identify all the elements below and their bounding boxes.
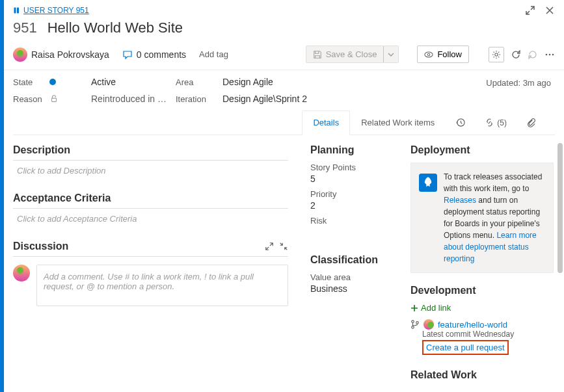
iteration-value[interactable]: Design Agile\Sprint 2 xyxy=(222,94,307,104)
classification-heading: Classification xyxy=(310,254,399,266)
state-value[interactable]: Active xyxy=(91,77,176,87)
svg-rect-1 xyxy=(17,8,19,14)
story-points-label: Story Points xyxy=(310,163,399,172)
undo-button[interactable] xyxy=(528,49,538,60)
related-work-heading: Related Work xyxy=(410,369,554,381)
svg-rect-0 xyxy=(14,8,16,14)
svg-point-4 xyxy=(495,53,498,55)
acceptance-heading: Acceptance Criteria xyxy=(13,192,288,209)
undo-icon xyxy=(528,49,538,60)
svg-point-7 xyxy=(552,53,554,55)
add-tag-button[interactable]: Add tag xyxy=(199,49,228,59)
comments-text: 0 comments xyxy=(137,49,186,60)
comments-count[interactable]: 0 comments xyxy=(122,49,186,60)
follow-button[interactable]: Follow xyxy=(417,46,469,63)
plus-icon xyxy=(410,304,418,312)
work-item-id: 951 xyxy=(13,20,37,36)
risk-label: Risk xyxy=(310,216,399,226)
updated-timestamp: Updated: 3m ago xyxy=(486,78,551,88)
add-link-label: Add link xyxy=(421,303,451,313)
tab-details[interactable]: Details xyxy=(302,111,350,135)
chevron-down-icon xyxy=(388,51,394,58)
description-input[interactable]: Click to add Description xyxy=(13,166,288,176)
expand-icon[interactable] xyxy=(265,242,274,251)
branch-author-avatar xyxy=(423,319,434,330)
follow-label: Follow xyxy=(437,49,462,59)
svg-point-12 xyxy=(412,326,414,329)
comment-icon xyxy=(122,49,133,60)
iteration-label: Iteration xyxy=(176,94,222,104)
acceptance-input[interactable]: Click to add Acceptance Criteria xyxy=(13,214,288,224)
settings-button[interactable] xyxy=(489,47,504,62)
tab-history[interactable] xyxy=(446,111,475,135)
history-icon xyxy=(455,118,465,127)
state-label: State xyxy=(13,77,49,87)
link-icon xyxy=(485,118,494,127)
discussion-input[interactable]: Add a comment. Use # to link a work item… xyxy=(36,265,288,306)
risk-value[interactable] xyxy=(310,227,399,237)
assignee-name: Raisa Pokrovskaya xyxy=(31,49,109,60)
work-item-type-link[interactable]: USER STORY 951 xyxy=(13,6,89,15)
reason-label: Reason xyxy=(13,94,49,104)
branch-link[interactable]: feature/hello-world xyxy=(438,320,507,330)
state-dot-icon xyxy=(49,79,56,85)
ellipsis-icon xyxy=(544,49,555,60)
value-area-label: Value area xyxy=(310,272,399,282)
scrollbar[interactable] xyxy=(557,135,563,392)
lock-icon xyxy=(49,94,59,103)
eye-icon xyxy=(424,50,433,59)
svg-point-2 xyxy=(425,52,433,57)
current-user-avatar xyxy=(13,265,30,281)
development-heading: Development xyxy=(410,285,554,296)
priority-label: Priority xyxy=(310,189,399,199)
svg-point-3 xyxy=(428,53,431,56)
assignee-field[interactable]: Raisa Pokrovskaya xyxy=(13,47,109,62)
releases-link[interactable]: Releases xyxy=(444,196,476,205)
add-link-button[interactable]: Add link xyxy=(410,303,554,313)
area-label: Area xyxy=(176,77,222,87)
story-points-value[interactable]: 5 xyxy=(310,174,399,184)
planning-heading: Planning xyxy=(310,144,399,156)
save-icon xyxy=(313,50,322,59)
save-close-label: Save & Close xyxy=(326,49,377,59)
discussion-heading: Discussion xyxy=(13,241,68,252)
create-pr-highlight: Create a pull request xyxy=(422,340,509,355)
save-dropdown-button[interactable] xyxy=(383,46,399,63)
create-pull-request-link[interactable]: Create a pull request xyxy=(426,343,505,352)
tab-links[interactable]: (5) xyxy=(475,111,517,135)
work-item-type-text: USER STORY 951 xyxy=(23,6,89,15)
avatar xyxy=(13,47,27,62)
book-icon xyxy=(13,7,21,14)
work-item-title[interactable]: Hello World Web Site xyxy=(47,20,183,36)
close-icon[interactable] xyxy=(544,5,555,16)
svg-point-5 xyxy=(546,53,548,55)
deployment-info-box: To track releases associated with this w… xyxy=(410,163,554,273)
fullscreen-icon[interactable] xyxy=(525,5,535,16)
branch-icon xyxy=(410,320,420,329)
tab-attachments[interactable] xyxy=(517,111,546,135)
area-value[interactable]: Design Agile xyxy=(222,77,273,87)
svg-point-11 xyxy=(412,320,414,323)
attachment-icon xyxy=(526,118,536,127)
links-count: (5) xyxy=(497,118,507,127)
more-actions-button[interactable] xyxy=(544,49,555,60)
tab-related[interactable]: Related Work items xyxy=(350,111,446,135)
svg-point-13 xyxy=(416,322,419,324)
gear-icon xyxy=(492,50,501,59)
priority-value[interactable]: 2 xyxy=(310,200,399,211)
description-heading: Description xyxy=(13,144,288,161)
svg-point-6 xyxy=(549,53,551,55)
reason-value[interactable]: Reintroduced in … xyxy=(91,94,176,104)
collapse-icon[interactable] xyxy=(279,242,288,251)
refresh-button[interactable] xyxy=(511,49,521,60)
refresh-icon xyxy=(511,49,521,60)
svg-rect-8 xyxy=(52,98,57,101)
commit-info: Latest commit Wednesday xyxy=(422,330,554,339)
rocket-icon xyxy=(419,174,437,192)
deployment-heading: Deployment xyxy=(410,144,554,156)
value-area-value[interactable]: Business xyxy=(310,283,399,294)
save-close-button[interactable]: Save & Close xyxy=(306,46,384,63)
